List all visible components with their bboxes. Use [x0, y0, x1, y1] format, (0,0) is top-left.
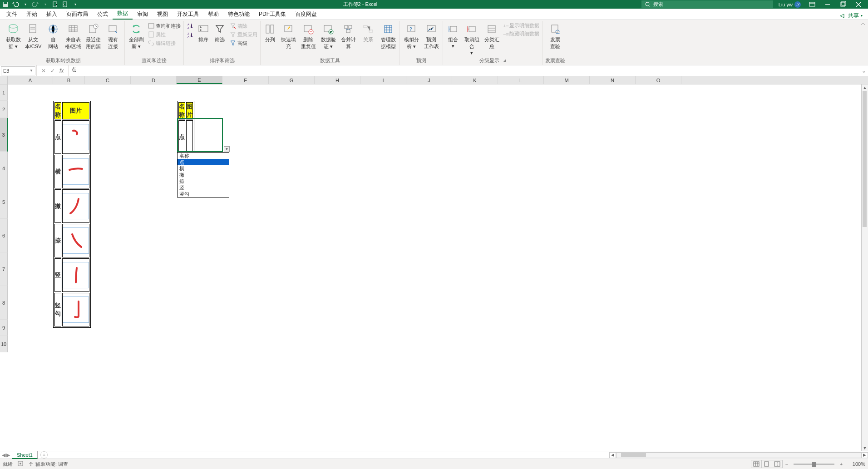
expand-formula-bar-icon[interactable]: ⌄ — [860, 68, 868, 74]
data-validation-button[interactable]: 数据验 证 ▾ — [320, 22, 337, 50]
existing-connections-button[interactable]: 现有 连接 — [104, 22, 122, 50]
vscroll-thumb[interactable] — [863, 91, 867, 227]
accessibility-status[interactable]: 辅助功能: 调查 — [28, 461, 68, 468]
dv-option-6[interactable]: 竖勾 — [178, 191, 229, 197]
col-E[interactable]: E — [177, 76, 222, 84]
data-validation-list[interactable]: 名称 点 横 撇 捺 竖 竖勾 — [177, 152, 229, 197]
group-rows-button[interactable]: 组合 ▾ — [446, 22, 460, 49]
tell-me-search[interactable]: 搜索 — [641, 0, 773, 8]
horizontal-scrollbar[interactable]: ◀ ▶ — [609, 452, 868, 458]
zoom-slider-knob[interactable] — [812, 462, 816, 467]
col-K[interactable]: K — [452, 76, 498, 84]
tab-review[interactable]: 审阅 — [133, 9, 153, 20]
tableA-img-4[interactable] — [62, 258, 89, 292]
stroke-reference-table[interactable]: 名称图片 点 横 撇 捺 竖 竖勾 — [53, 101, 91, 328]
tab-view[interactable]: 视图 — [153, 9, 173, 20]
vscroll-down-icon[interactable]: ▼ — [862, 445, 868, 451]
dv-option-1[interactable]: 点 — [178, 159, 229, 165]
refresh-all-button[interactable]: 全部刷 新 ▾ — [128, 22, 145, 50]
col-O[interactable]: O — [636, 76, 681, 84]
select-all-triangle[interactable] — [0, 76, 8, 84]
qat-doc1-icon[interactable] — [52, 1, 59, 8]
worksheet-area[interactable]: 1 2 3 4 5 6 7 8 9 10 名称图片 点 横 撇 捺 竖 竖勾 名… — [0, 84, 868, 451]
filter-button[interactable]: 筛选 — [213, 22, 227, 43]
tableA-img-3[interactable] — [62, 224, 89, 257]
new-sheet-button[interactable]: + — [40, 451, 48, 459]
insert-function-icon[interactable]: fx — [59, 68, 64, 74]
hscroll-track[interactable] — [616, 452, 861, 458]
tableA-img-0[interactable] — [62, 120, 89, 154]
ungroup-button[interactable]: 取消组合 ▾ — [463, 22, 480, 56]
row-8[interactable]: 8 — [0, 286, 8, 320]
data-validation-dropdown-button[interactable]: ▼ — [224, 146, 230, 152]
accept-formula-icon[interactable]: ✓ — [50, 68, 55, 74]
hscroll-left-icon[interactable]: ◀ — [609, 452, 616, 458]
sort-desc-button[interactable]: ZA — [187, 31, 194, 39]
consolidate-button[interactable]: 合并计算 — [340, 22, 357, 50]
what-if-button[interactable]: ?模拟分 析 ▾ — [403, 22, 420, 50]
dv-option-4[interactable]: 捺 — [178, 178, 229, 184]
col-M[interactable]: M — [544, 76, 590, 84]
undo-more-icon[interactable]: ▾ — [22, 1, 29, 8]
dv-option-2[interactable]: 横 — [178, 165, 229, 172]
ribbon-display-options-icon[interactable] — [804, 0, 820, 9]
tableA-name-3[interactable]: 捺 — [54, 224, 61, 257]
undo-icon[interactable] — [12, 1, 19, 8]
tab-baidu[interactable]: 百度网盘 — [291, 9, 321, 20]
tableB-header-name[interactable]: 名称 — [178, 102, 185, 119]
redo-icon[interactable] — [32, 1, 39, 8]
col-J[interactable]: J — [406, 76, 452, 84]
row-5[interactable]: 5 — [0, 185, 8, 219]
tab-layout[interactable]: 页面布局 — [62, 9, 93, 20]
tableA-name-5[interactable]: 竖勾 — [54, 293, 61, 326]
qat-customize-icon[interactable]: ▾ — [72, 1, 79, 8]
collapse-ribbon-icon[interactable] — [856, 21, 866, 65]
zoom-in-icon[interactable]: + — [837, 461, 845, 467]
queries-connections-button[interactable]: 查询和连接 — [148, 22, 181, 30]
maximize-icon[interactable] — [835, 0, 851, 9]
tab-special[interactable]: 特色功能 — [223, 9, 254, 20]
tableA-name-1[interactable]: 横 — [54, 155, 61, 188]
col-B[interactable]: B — [53, 76, 85, 84]
from-text-csv-button[interactable]: 从文 本/CSV — [25, 22, 42, 50]
close-icon[interactable] — [851, 0, 866, 9]
tab-file[interactable]: 文件 — [2, 9, 22, 20]
col-I[interactable]: I — [360, 76, 406, 84]
zoom-slider[interactable] — [794, 464, 834, 465]
row-4[interactable]: 4 — [0, 152, 8, 185]
col-N[interactable]: N — [590, 76, 636, 84]
sort-asc-button[interactable]: AZ — [187, 22, 194, 30]
share-button[interactable]: 共享 ▾ — [835, 12, 866, 20]
tab-pdf[interactable]: PDF工具集 — [254, 9, 291, 20]
view-normal-icon[interactable] — [751, 460, 762, 468]
tableA-name-2[interactable]: 撇 — [54, 189, 61, 223]
dv-option-5[interactable]: 竖 — [178, 184, 229, 191]
sheet-tab-sheet1[interactable]: Sheet1 — [12, 451, 38, 459]
col-H[interactable]: H — [315, 76, 360, 84]
row-9[interactable]: 9 — [0, 320, 8, 336]
lookup-table[interactable]: 名称图片 点 — [177, 101, 194, 155]
col-G[interactable]: G — [269, 76, 315, 84]
row-2[interactable]: 2 — [0, 101, 8, 118]
tableA-name-4[interactable]: 竖 — [54, 258, 61, 292]
vscroll-up-icon[interactable]: ▲ — [862, 84, 868, 90]
macro-record-icon[interactable] — [17, 460, 24, 468]
account-user[interactable]: Liu yw LY — [775, 1, 804, 8]
col-A[interactable]: A — [8, 76, 53, 84]
text-to-columns-button[interactable]: 分列 — [263, 22, 277, 43]
from-web-button[interactable]: 自 网站 — [44, 22, 62, 50]
tab-formulas[interactable]: 公式 — [93, 9, 113, 20]
sort-button[interactable]: AZ排序 — [197, 22, 210, 43]
row-1[interactable]: 1 — [0, 84, 8, 101]
remove-duplicates-button[interactable]: 删除 重复值 — [300, 22, 317, 50]
hscroll-thumb[interactable] — [621, 453, 646, 457]
get-data-button[interactable]: 获取数 据 ▾ — [5, 22, 22, 50]
subtotal-button[interactable]: 分类汇总 — [483, 22, 500, 50]
tableA-header-image[interactable]: 图片 — [62, 102, 89, 119]
minimize-icon[interactable] — [820, 0, 835, 9]
tab-insert[interactable]: 插入 — [42, 9, 62, 20]
cell-F3[interactable] — [186, 120, 193, 154]
tab-home[interactable]: 开始 — [22, 9, 42, 20]
outline-dialog-launcher-icon[interactable]: ◢ — [503, 59, 506, 63]
col-L[interactable]: L — [498, 76, 544, 84]
